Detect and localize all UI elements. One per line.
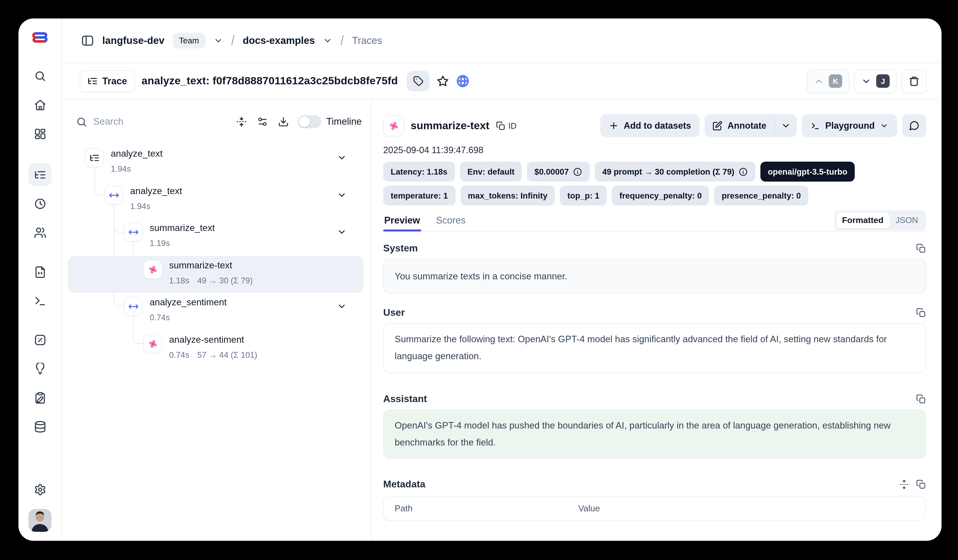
tree-row-trace[interactable]: analyze_text 1.94s xyxy=(68,144,364,181)
tree-row-span[interactable]: analyze_sentiment 0.74s xyxy=(68,293,364,330)
org-chevron-down-icon[interactable] xyxy=(214,36,223,45)
tree-row-generation[interactable]: analyze-sentiment 0.74s57 → 44 (Σ 101) xyxy=(68,330,364,367)
json-option[interactable]: JSON xyxy=(890,212,924,228)
sidebar-toggle-icon[interactable] xyxy=(81,34,94,48)
metadata-col-value: Value xyxy=(578,503,600,514)
assistant-section-header: Assistant xyxy=(383,393,926,405)
trace-type-pill[interactable]: Trace xyxy=(80,70,135,92)
evaluation-percent-icon[interactable] xyxy=(29,328,51,351)
user-message-box: Summarize the following text: OpenAI's G… xyxy=(383,323,926,373)
annotation-clipboard-pen-icon[interactable] xyxy=(29,386,51,409)
span-arrows-icon xyxy=(124,222,143,241)
sessions-clock-icon[interactable] xyxy=(29,192,51,215)
star-bookmark-button[interactable] xyxy=(437,75,449,87)
lightbulb-icon[interactable] xyxy=(29,357,51,380)
trace-title: analyze_text: f0f78d8887011612a3c25bdcb8… xyxy=(141,75,398,87)
avatar[interactable] xyxy=(29,509,51,532)
node-metrics: 0.74s57 → 44 (Σ 101) xyxy=(169,350,257,360)
expand-rows-icon[interactable] xyxy=(899,479,909,489)
chevron-down-icon[interactable] xyxy=(337,301,347,311)
section-title: System xyxy=(383,243,418,254)
generation-pinwheel-icon xyxy=(383,115,404,136)
metadata-col-path: Path xyxy=(384,503,578,514)
tab-preview[interactable]: Preview xyxy=(383,209,421,231)
public-share-button[interactable] xyxy=(456,75,470,88)
tokens-badge[interactable]: 49 prompt → 30 completion (Σ 79) xyxy=(595,162,755,182)
project-chevron-down-icon[interactable] xyxy=(323,36,332,45)
trace-nav-actions: K J xyxy=(807,69,926,93)
playground-button[interactable]: Playground xyxy=(802,114,897,137)
annotate-button[interactable]: Annotate xyxy=(704,114,774,137)
tag-button[interactable] xyxy=(407,71,430,91)
home-icon[interactable] xyxy=(29,93,51,116)
copy-icon[interactable] xyxy=(916,479,926,489)
section-title: Metadata xyxy=(383,478,425,490)
tracing-icon[interactable] xyxy=(29,163,51,186)
rail-nav xyxy=(29,64,51,438)
tree-row-span[interactable]: analyze_text 1.94s xyxy=(68,182,364,219)
node-metrics: 1.18s49 → 30 (Σ 79) xyxy=(169,276,253,286)
chevron-up-icon xyxy=(814,76,824,86)
search-input[interactable] xyxy=(93,116,168,127)
latency-badge: Latency: 1.18s xyxy=(383,162,455,182)
copy-icon[interactable] xyxy=(916,243,926,253)
model-param-badges: temperature: 1 max_tokens: Infinity top_… xyxy=(383,186,926,206)
content-area: Timeline analyze_text 1.94s analyze_text… xyxy=(62,99,942,541)
playground-terminal-icon[interactable] xyxy=(29,289,51,312)
chevron-down-icon xyxy=(781,121,791,131)
search-icon[interactable] xyxy=(29,64,51,87)
prev-trace-button[interactable]: K xyxy=(807,69,849,93)
formatted-option[interactable]: Formatted xyxy=(836,212,890,228)
copy-id-button[interactable]: ID xyxy=(496,121,516,130)
right-column: langfuse-dev Team / docs-examples / Trac… xyxy=(62,19,942,541)
copy-icon[interactable] xyxy=(916,308,926,317)
tree-row-span[interactable]: summarize_text 1.19s xyxy=(68,219,364,255)
assistant-message-box: OpenAI's GPT-4 model has pushed the boun… xyxy=(383,409,926,458)
add-to-datasets-button[interactable]: Add to datasets xyxy=(600,114,699,137)
collapse-all-icon[interactable] xyxy=(231,111,252,132)
tree-row-generation-selected[interactable]: summarize-text 1.18s49 → 30 (Σ 79) xyxy=(68,256,364,293)
org-name[interactable]: langfuse-dev xyxy=(102,35,164,46)
annotate-dropdown-button[interactable] xyxy=(775,114,797,137)
copy-icon[interactable] xyxy=(916,394,926,404)
delete-trace-button[interactable] xyxy=(902,69,926,93)
section-title: Assistant xyxy=(383,393,427,405)
breadcrumb-separator: / xyxy=(231,33,235,48)
trace-tree-panel: Timeline analyze_text 1.94s analyze_text… xyxy=(62,99,371,541)
model-badge[interactable]: openai/gpt-3.5-turbo xyxy=(760,162,855,182)
param-badge: temperature: 1 xyxy=(383,186,455,206)
dashboards-icon[interactable] xyxy=(29,122,51,145)
node-label: analyze_text xyxy=(130,186,182,197)
observation-detail-panel: summarize-text ID Add to datasets xyxy=(371,99,942,541)
next-trace-button[interactable]: J xyxy=(854,69,897,93)
annotate-split-button: Annotate xyxy=(704,114,797,137)
download-icon[interactable] xyxy=(273,111,294,132)
pen-square-icon xyxy=(712,121,722,131)
copy-icon xyxy=(496,121,505,130)
breadcrumb-section[interactable]: Traces xyxy=(352,35,382,46)
settings-gear-icon[interactable] xyxy=(29,478,51,501)
observation-timestamp: 2025-09-04 11:39:47.698 xyxy=(383,145,926,155)
chevron-down-icon[interactable] xyxy=(337,227,347,237)
env-badge: Env: default xyxy=(460,162,522,182)
chevron-down-icon[interactable] xyxy=(337,190,347,200)
prompts-file-icon[interactable] xyxy=(29,260,51,283)
node-label: summarize_text xyxy=(150,222,215,233)
trace-type-label: Trace xyxy=(102,76,127,87)
chevron-down-icon[interactable] xyxy=(337,153,347,163)
tree-search[interactable] xyxy=(76,116,231,127)
datasets-database-icon[interactable] xyxy=(29,415,51,438)
comments-button[interactable] xyxy=(902,114,926,137)
tab-scores[interactable]: Scores xyxy=(435,209,466,231)
view-format-toggle[interactable]: Formatted JSON xyxy=(834,210,926,230)
param-badge: max_tokens: Infinity xyxy=(460,186,555,206)
tree-settings-icon[interactable] xyxy=(252,111,273,132)
param-badge: top_p: 1 xyxy=(560,186,607,206)
project-name[interactable]: docs-examples xyxy=(243,35,315,46)
param-badge: frequency_penalty: 0 xyxy=(612,186,709,206)
timeline-toggle[interactable] xyxy=(298,115,321,128)
metadata-section-header: Metadata xyxy=(383,478,926,490)
users-icon[interactable] xyxy=(29,221,51,244)
breadcrumb-separator: / xyxy=(341,33,344,48)
cost-badge[interactable]: $0.00007 xyxy=(527,162,590,182)
